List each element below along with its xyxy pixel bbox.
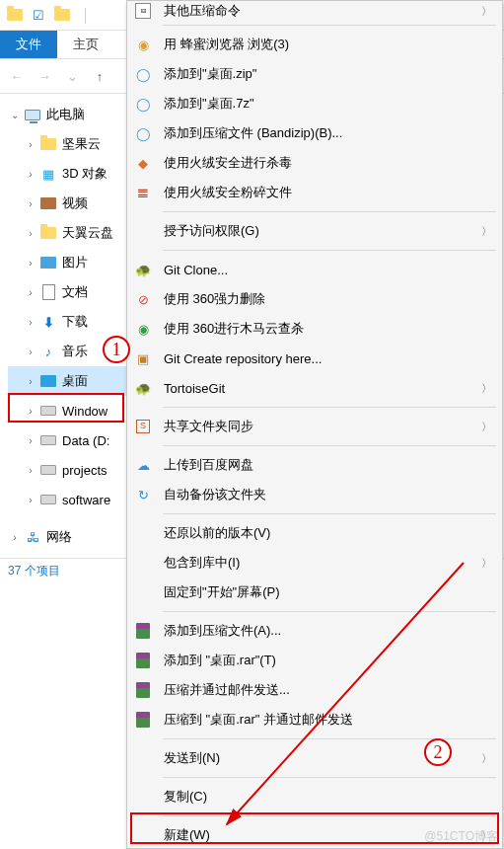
menu-item-label: 自动备份该文件夹 [164,486,492,503]
tree-network[interactable]: › 🖧 网络 [8,522,128,552]
tree-item[interactable]: ›Window [8,396,128,425]
tortoise-repo-icon: ▣ [133,348,153,368]
tree-label: projects [62,463,108,478]
baidu-sync-icon: ↻ [133,485,153,504]
menu-item[interactable]: ⊘使用 360强力删除 [127,284,502,314]
menu-item[interactable]: 固定到"开始"屏幕(P) [127,578,502,607]
archive-icon: ⧈ [133,1,153,21]
menu-item[interactable]: ⧈其他压缩命令〉 [127,1,502,21]
tree-item[interactable]: ›坚果云 [8,129,128,159]
menu-item[interactable]: 🐢TortoiseGit〉 [127,373,502,403]
video-icon [39,194,57,212]
tree-item[interactable]: ›software [8,485,128,514]
tree-root-this-pc[interactable]: ⌄ 此电脑 [8,100,128,129]
rar-icon [133,621,153,641]
tree-item[interactable]: ›Data (D: [8,425,128,455]
chevron-right-icon[interactable]: › [24,465,37,476]
menu-item-label: 添加到 "桌面.rar"(T) [164,652,492,669]
baidu-icon: ☁ [133,455,153,475]
menu-item[interactable]: ◯添加到"桌面.zip" [127,59,502,89]
bandizip-icon: ◯ [133,94,153,114]
menu-item-label: 添加到压缩文件(A)... [164,622,492,640]
tree-item[interactable]: ›视频 [8,189,128,218]
tree-item[interactable]: ›▦3D 对象 [8,159,128,189]
forward-icon[interactable]: → [36,67,53,85]
dropdown-history-icon[interactable]: ⌄ [63,67,81,85]
menu-item[interactable]: 新建(W)〉 [127,820,502,849]
back-icon[interactable]: ← [8,67,26,85]
menu-item[interactable]: 复制(C) [127,782,502,811]
tree-item[interactable]: ›桌面 [8,366,128,396]
submenu-arrow-icon: 〉 [481,224,492,239]
quick-check-icon[interactable]: ☑ [28,4,49,26]
folder-y-icon [39,135,57,153]
menu-item[interactable]: 添加到压缩文件(A)... [127,616,502,646]
chevron-right-icon[interactable]: › [24,228,37,239]
menu-item-label: 添加到"桌面.zip" [164,65,492,83]
tree-label: Data (D: [62,433,109,448]
menu-item[interactable]: ▣Git Create repository here... [127,344,502,373]
tree-item[interactable]: ›projects [8,455,128,485]
menu-item[interactable]: ◉使用 360进行木马云查杀 [127,314,502,344]
disk-icon [39,431,57,449]
honey-icon: ◉ [133,35,153,54]
menu-item[interactable]: 添加到 "桌面.rar"(T) [127,646,502,675]
menu-separator [163,250,496,251]
chevron-right-icon[interactable]: › [24,376,37,387]
up-icon[interactable]: ↑ [91,67,108,85]
tab-file[interactable]: 文件 [0,31,57,58]
menu-item[interactable]: ◉用 蜂蜜浏览器 浏览(3) [127,30,502,59]
quick-folder-icon[interactable] [51,4,73,26]
tortoise-icon: 🐢 [133,260,153,279]
chevron-right-icon[interactable]: › [24,317,37,328]
menu-item[interactable]: 发送到(N)〉 [127,743,502,773]
rar-icon [133,680,153,700]
chevron-right-icon[interactable]: › [24,287,37,298]
chevron-right-icon[interactable]: › [24,495,37,505]
menu-item[interactable]: ◯添加到压缩文件 (Bandizip)(B)... [127,118,502,148]
tree-label: 图片 [62,254,88,271]
menu-item-label: 使用 360进行木马云查杀 [164,320,492,338]
chevron-right-icon[interactable]: › [24,169,37,180]
tree-item[interactable]: ›♪音乐 [8,337,128,366]
menu-item[interactable]: 𝌆使用火绒安全粉碎文件 [127,178,502,207]
doc-icon [39,283,57,301]
menu-item-label: 授予访问权限(G) [164,222,475,240]
tree-item[interactable]: ›天翼云盘 [8,218,128,248]
chevron-down-icon[interactable]: ⌄ [8,110,22,120]
chevron-right-icon[interactable]: › [24,198,37,209]
chevron-right-icon[interactable]: › [24,347,37,357]
network-icon: 🖧 [24,528,41,546]
disk-icon [39,461,57,479]
menu-item-label: Git Create repository here... [164,351,492,366]
menu-item[interactable]: ↻自动备份该文件夹 [127,480,502,509]
picture-icon [39,254,57,271]
chevron-right-icon[interactable]: › [24,435,37,446]
chevron-right-icon[interactable]: › [8,532,22,543]
menu-item[interactable]: 压缩到 "桌面.rar" 并通过邮件发送 [127,705,502,734]
blank-icon [133,787,153,807]
tree-item[interactable]: ›⬇下载 [8,307,128,337]
menu-item[interactable]: ◆使用火绒安全进行杀毒 [127,148,502,178]
tree-item[interactable]: ›文档 [8,277,128,307]
cube3d-icon: ▦ [39,165,57,183]
menu-item[interactable]: 授予访问权限(G)〉 [127,216,502,246]
chevron-right-icon[interactable]: › [24,406,37,417]
tab-home[interactable]: 主页 [57,31,114,58]
submenu-arrow-icon: 〉 [481,420,492,434]
tree-label: 文档 [62,283,88,301]
chevron-right-icon[interactable]: › [24,258,37,269]
menu-item[interactable]: 压缩并通过邮件发送... [127,675,502,705]
tree-item[interactable]: ›图片 [8,248,128,277]
submenu-arrow-icon: 〉 [481,556,492,571]
chevron-right-icon[interactable]: › [24,139,37,150]
menu-item[interactable]: S共享文件夹同步〉 [127,412,502,441]
menu-item[interactable]: 🐢Git Clone... [127,255,502,284]
menu-item[interactable]: ☁上传到百度网盘 [127,450,502,480]
menu-separator [163,777,496,778]
menu-item[interactable]: ◯添加到"桌面.7z" [127,89,502,118]
tree-label: 坚果云 [62,135,101,153]
menu-item[interactable]: 还原以前的版本(V) [127,518,502,548]
menu-item-label: 发送到(N) [164,749,475,767]
menu-item[interactable]: 包含到库中(I)〉 [127,548,502,578]
